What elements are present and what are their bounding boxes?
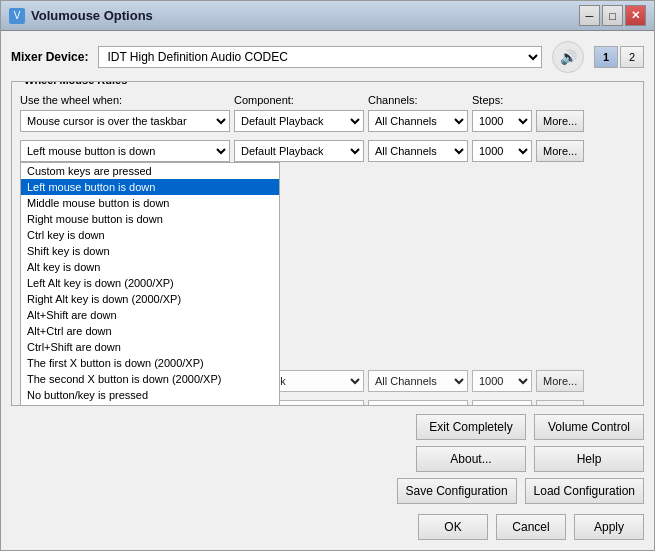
rule1-channels-select[interactable]: All Channels bbox=[368, 110, 468, 132]
page-buttons: 1 2 bbox=[594, 46, 644, 68]
minimize-button[interactable]: ─ bbox=[579, 5, 600, 26]
ok-button[interactable]: OK bbox=[418, 514, 488, 540]
dropdown-item-2[interactable]: Middle mouse button is down bbox=[21, 195, 279, 211]
dropdown-item-5[interactable]: Shift key is down bbox=[21, 243, 279, 259]
cancel-button[interactable]: Cancel bbox=[496, 514, 566, 540]
close-button[interactable]: ✕ bbox=[625, 5, 646, 26]
dropdown-item-9[interactable]: Alt+Shift are down bbox=[21, 307, 279, 323]
component-header: Component: bbox=[234, 94, 364, 106]
dropdown-item-6[interactable]: Alt key is down bbox=[21, 259, 279, 275]
column-headers: Use the wheel when: Component: Channels:… bbox=[20, 94, 635, 106]
channels-header: Channels: bbox=[368, 94, 468, 106]
title-bar-left: V Volumouse Options bbox=[9, 8, 153, 24]
dropdown-item-3[interactable]: Right mouse button is down bbox=[21, 211, 279, 227]
rule-row-2: Left mouse button is down Custom keys ar… bbox=[20, 140, 635, 162]
page-2-button[interactable]: 2 bbox=[620, 46, 644, 68]
ok-cancel-row: OK Cancel Apply bbox=[11, 514, 644, 540]
apply-button[interactable]: Apply bbox=[574, 514, 644, 540]
title-buttons: ─ □ ✕ bbox=[579, 5, 646, 26]
rule3-channels-select[interactable]: All Channels bbox=[368, 370, 468, 392]
volume-control-button[interactable]: Volume Control bbox=[534, 414, 644, 440]
rule1-more-button[interactable]: More... bbox=[536, 110, 584, 132]
rule4-more-button[interactable]: More... bbox=[536, 400, 584, 406]
dropdown-item-13[interactable]: The second X button is down (2000/XP) bbox=[21, 371, 279, 387]
rule2-when-dropdown-container: Left mouse button is down Custom keys ar… bbox=[20, 140, 230, 162]
dropdown-item-8[interactable]: Right Alt key is down (2000/XP) bbox=[21, 291, 279, 307]
dropdown-item-1[interactable]: Left mouse button is down bbox=[21, 179, 279, 195]
main-window: V Volumouse Options ─ □ ✕ Mixer Device: … bbox=[0, 0, 655, 551]
dropdown-list: Custom keys are pressed Left mouse butto… bbox=[20, 162, 280, 406]
mixer-select[interactable]: IDT High Definition Audio CODEC bbox=[98, 46, 542, 68]
load-config-button[interactable]: Load Configuration bbox=[525, 478, 644, 504]
rule2-channels-select[interactable]: All Channels bbox=[368, 140, 468, 162]
app-icon: V bbox=[9, 8, 25, 24]
steps-header: Steps: bbox=[472, 94, 532, 106]
mixer-icon: 🔊 bbox=[552, 41, 584, 73]
dropdown-item-0[interactable]: Custom keys are pressed bbox=[21, 163, 279, 179]
maximize-button[interactable]: □ bbox=[602, 5, 623, 26]
dropdown-item-11[interactable]: Ctrl+Shift are down bbox=[21, 339, 279, 355]
help-button[interactable]: Help bbox=[534, 446, 644, 472]
dropdown-item-10[interactable]: Alt+Ctrl are down bbox=[21, 323, 279, 339]
rule2-more-button[interactable]: More... bbox=[536, 140, 584, 162]
rule1-component-select[interactable]: Default Playback bbox=[234, 110, 364, 132]
window-title: Volumouse Options bbox=[31, 8, 153, 23]
dropdown-item-7[interactable]: Left Alt key is down (2000/XP) bbox=[21, 275, 279, 291]
rule2-component-select[interactable]: Default Playback bbox=[234, 140, 364, 162]
bottom-buttons: Exit Completely Volume Control About... … bbox=[11, 414, 644, 540]
rule4-channels-select[interactable]: All Channels bbox=[368, 400, 468, 406]
rule2-steps-select[interactable]: 1000 bbox=[472, 140, 532, 162]
rule4-steps-select[interactable]: 1000 bbox=[472, 400, 532, 406]
rule2-when-select[interactable]: Left mouse button is down bbox=[20, 140, 230, 162]
btn-row-1: Exit Completely Volume Control bbox=[11, 414, 644, 440]
rule3-more-button[interactable]: More... bbox=[536, 370, 584, 392]
wheel-rules-group: Wheel Mouse Rules Use the wheel when: Co… bbox=[11, 81, 644, 406]
exit-completely-button[interactable]: Exit Completely bbox=[416, 414, 526, 440]
page-1-button[interactable]: 1 bbox=[594, 46, 618, 68]
dropdown-item-12[interactable]: The first X button is down (2000/XP) bbox=[21, 355, 279, 371]
rule-row-1: Mouse cursor is over the taskbar Default… bbox=[20, 110, 635, 132]
rule1-when-select[interactable]: Mouse cursor is over the taskbar bbox=[20, 110, 230, 132]
title-bar: V Volumouse Options ─ □ ✕ bbox=[1, 1, 654, 31]
window-content: Mixer Device: IDT High Definition Audio … bbox=[1, 31, 654, 550]
btn-row-2: About... Help bbox=[11, 446, 644, 472]
save-config-button[interactable]: Save Configuration bbox=[397, 478, 517, 504]
rule3-steps-select[interactable]: 1000 bbox=[472, 370, 532, 392]
use-wheel-label: Use the wheel when: bbox=[20, 94, 230, 106]
dropdown-item-15[interactable]: Mouse cursor is over the taskbar bbox=[21, 403, 279, 406]
rule1-steps-select[interactable]: 1000 bbox=[472, 110, 532, 132]
group-label: Wheel Mouse Rules bbox=[20, 81, 131, 86]
dropdown-item-14[interactable]: No button/key is pressed bbox=[21, 387, 279, 403]
btn-row-3: Save Configuration Load Configuration bbox=[11, 478, 644, 504]
mixer-label: Mixer Device: bbox=[11, 50, 88, 64]
about-button[interactable]: About... bbox=[416, 446, 526, 472]
dropdown-item-4[interactable]: Ctrl key is down bbox=[21, 227, 279, 243]
mixer-row: Mixer Device: IDT High Definition Audio … bbox=[11, 41, 644, 73]
